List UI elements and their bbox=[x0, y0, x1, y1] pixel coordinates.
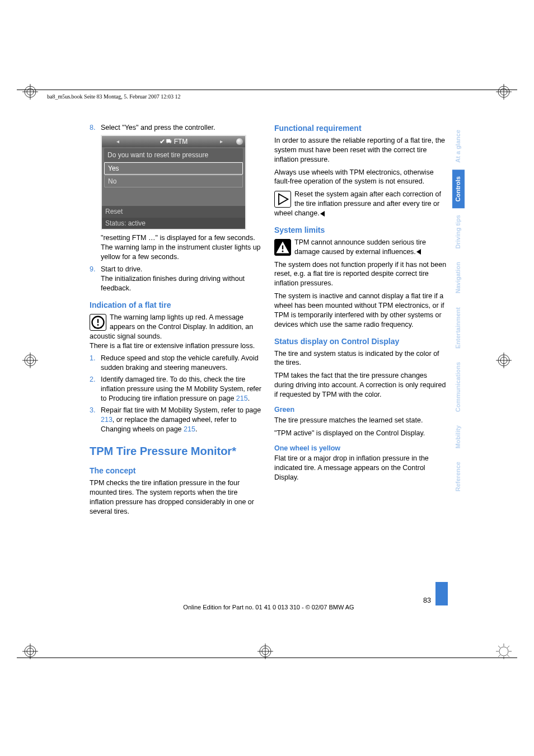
heading-system-limits: System limits bbox=[274, 225, 448, 236]
crop-mark-icon bbox=[496, 84, 512, 100]
page-link[interactable]: 215 bbox=[184, 425, 195, 433]
crop-mark-icon bbox=[22, 84, 38, 100]
crop-mark-icon bbox=[22, 644, 38, 659]
list-number: 1. bbox=[90, 354, 101, 373]
page-link[interactable]: 215 bbox=[236, 395, 248, 402]
concept-text: TPM checks the tire inflation pressure i… bbox=[90, 478, 263, 516]
tab-navigation[interactable]: Navigation bbox=[452, 255, 465, 300]
tab-reference[interactable]: Reference bbox=[452, 455, 465, 498]
note-text: Reset the system again after each correc… bbox=[274, 190, 441, 217]
tab-mobility[interactable]: Mobility bbox=[452, 419, 465, 456]
heading-indication: Indication of a flat tire bbox=[90, 300, 263, 311]
heading-one-wheel-yellow: One wheel is yellow bbox=[274, 444, 448, 453]
idrive-screenshot: ◂ ✔ ⛟ FTM ▸ Do you want to reset tire pr… bbox=[101, 135, 246, 230]
screenshot-option-yes[interactable]: Yes bbox=[104, 162, 243, 175]
left-column: 8. Select "Yes" and press the controller… bbox=[90, 123, 263, 520]
svg-point-17 bbox=[282, 250, 283, 252]
indication-text-2: There is a flat tire or extensive inflat… bbox=[90, 341, 263, 351]
check-icon: ✔ bbox=[160, 137, 165, 146]
step-number: 8. bbox=[90, 123, 101, 133]
online-edition-line: Online Edition for Part no. 01 41 0 013 … bbox=[90, 603, 448, 612]
crop-line bbox=[17, 658, 517, 658]
chevron-right-icon: ▸ bbox=[220, 138, 223, 145]
crop-line bbox=[17, 90, 517, 90]
list-text: Reduce speed and stop the vehicle carefu… bbox=[101, 354, 263, 373]
green-p2: "TPM active" is displayed on the Control… bbox=[274, 429, 448, 438]
screenshot-reset: Reset bbox=[102, 206, 245, 217]
warning-lamp-icon bbox=[90, 314, 106, 331]
tab-at-a-glance[interactable]: At a glance bbox=[452, 123, 465, 170]
page-accent-block bbox=[435, 582, 448, 605]
step-text: Select "Yes" and press the controller. bbox=[101, 123, 215, 133]
end-triangle-icon bbox=[320, 211, 325, 217]
end-triangle-icon bbox=[416, 249, 421, 255]
heading-tpm: TPM Tire Pressure Monitor* bbox=[90, 444, 263, 459]
heading-functional-requirement: Functional requirement bbox=[274, 123, 448, 134]
funcreq-p1: In order to assure the reliable reportin… bbox=[274, 136, 448, 165]
step-number: 9. bbox=[90, 265, 101, 293]
list-number: 2. bbox=[90, 375, 101, 403]
screenshot-prompt: Do you want to reset tire pressure bbox=[104, 148, 243, 162]
status-p2: TPM takes the fact that the tire pressur… bbox=[274, 371, 448, 400]
tab-communications[interactable]: Communications bbox=[452, 355, 465, 419]
indication-text: The warning lamp lights up red. A messag… bbox=[90, 313, 253, 340]
screenshot-status: Status: active bbox=[102, 218, 245, 229]
screenshot-title: FTM bbox=[174, 137, 188, 146]
syslim-p2: The system is inactive and cannot displa… bbox=[274, 292, 448, 330]
yellow-p: Flat tire or a major drop in inflation p… bbox=[274, 454, 448, 482]
thumb-tabs: At a glance Controls Driving tips Naviga… bbox=[452, 123, 465, 499]
knob-icon bbox=[236, 138, 243, 145]
tire-icon: ⛟ bbox=[166, 138, 172, 145]
tab-driving-tips[interactable]: Driving tips bbox=[452, 208, 465, 256]
tab-entertainment[interactable]: Entertainment bbox=[452, 300, 465, 355]
caution-triangle-icon bbox=[274, 239, 291, 256]
funcreq-p2: Always use wheels with TPM electronics, … bbox=[274, 168, 448, 187]
screenshot-option-no[interactable]: No bbox=[104, 175, 243, 187]
list-text: Identify damaged tire. To do this, check… bbox=[101, 375, 263, 403]
crop-mark-icon bbox=[257, 644, 273, 659]
step-result-text: "resetting FTM …" is displayed for a few… bbox=[101, 233, 263, 262]
chevron-left-icon: ◂ bbox=[116, 138, 119, 145]
syslim-warn-text: TPM cannot announce sudden serious tire … bbox=[294, 238, 426, 256]
step-text: Start to drive. bbox=[101, 265, 263, 274]
right-column: Functional requirement In order to assur… bbox=[274, 123, 448, 520]
tab-controls[interactable]: Controls bbox=[452, 170, 465, 208]
heading-concept: The concept bbox=[90, 466, 263, 476]
list-number: 3. bbox=[90, 406, 101, 434]
green-p1: The tire pressure matches the learned se… bbox=[274, 416, 448, 425]
book-meta-line: ba8_m5us.book Seite 83 Montag, 5. Februa… bbox=[47, 93, 181, 101]
note-arrow-icon bbox=[274, 191, 291, 208]
list-text: Repair flat tire with M Mobility System,… bbox=[101, 406, 263, 434]
heading-status-display: Status display on Control Display bbox=[274, 336, 448, 347]
heading-green: Green bbox=[274, 405, 448, 415]
syslim-p1: The system does not function properly if… bbox=[274, 260, 448, 289]
page-link[interactable]: 213 bbox=[101, 416, 113, 424]
crop-mark-icon bbox=[22, 353, 38, 368]
step-after-text: The initialization finishes during drivi… bbox=[101, 274, 263, 293]
status-p1: The tire and system status is indicated … bbox=[274, 349, 448, 368]
crop-mark-icon bbox=[496, 353, 512, 368]
svg-point-15 bbox=[97, 324, 99, 326]
crop-mark-icon bbox=[496, 644, 512, 659]
